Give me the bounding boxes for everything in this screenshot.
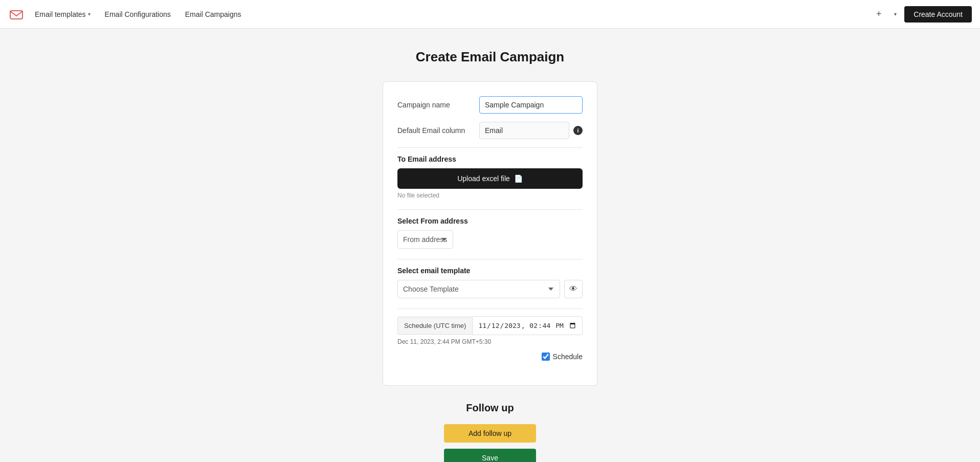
chevron-down-icon: ▾	[88, 11, 91, 17]
followup-title: Follow up	[466, 402, 514, 414]
schedule-checkbox[interactable]	[542, 353, 550, 361]
default-email-column-label: Default Email column	[397, 126, 479, 135]
schedule-row: Schedule (UTC time)	[397, 316, 583, 335]
create-account-button[interactable]: Create Account	[904, 6, 972, 23]
timezone-text: Dec 11, 2023, 2:44 PM GMT+5:30	[397, 338, 583, 345]
nav-item-email-configurations[interactable]: Email Configurations	[99, 7, 177, 21]
main-content: Create Email Campaign Campaign name Defa…	[0, 29, 980, 462]
schedule-checkbox-label: Schedule	[553, 353, 583, 361]
divider-4	[397, 309, 583, 309]
no-file-selected-text: No file selected	[397, 192, 583, 199]
app-logo[interactable]	[8, 6, 25, 23]
email-template-section: Select email template Choose Template 👁	[397, 267, 583, 298]
schedule-label: Schedule (UTC time)	[397, 317, 472, 335]
default-email-column-row: Default Email column Email i	[397, 122, 583, 139]
campaign-name-label: Campaign name	[397, 101, 479, 109]
to-email-section: To Email address Upload excel file 📄 No …	[397, 155, 583, 199]
save-button[interactable]: Save	[444, 449, 536, 462]
create-campaign-form: Campaign name Default Email column Email…	[383, 81, 597, 386]
email-template-section-label: Select email template	[397, 267, 583, 275]
upload-icon: 📄	[514, 174, 523, 183]
schedule-checkbox-row: Schedule	[397, 353, 583, 361]
nav-menu: Email templates ▾ Email Configurations E…	[29, 7, 872, 21]
schedule-datetime-input[interactable]	[472, 316, 583, 335]
navbar-right: + ▾ Create Account	[872, 6, 972, 23]
choose-template-select[interactable]: Choose Template	[397, 280, 560, 298]
upload-excel-button[interactable]: Upload excel file 📄	[397, 168, 583, 189]
from-address-section: Select From address From address	[397, 217, 583, 249]
template-select-row: Choose Template 👁	[397, 280, 583, 298]
nav-item-email-campaigns[interactable]: Email Campaigns	[179, 7, 248, 21]
add-followup-button[interactable]: Add follow up	[444, 424, 536, 443]
nav-item-email-templates[interactable]: Email templates ▾	[29, 7, 97, 21]
divider-1	[397, 147, 583, 148]
schedule-section: Schedule (UTC time) Dec 11, 2023, 2:44 P…	[397, 316, 583, 361]
from-address-section-label: Select From address	[397, 217, 583, 225]
eye-icon: 👁	[569, 284, 577, 294]
from-address-select[interactable]: From address	[397, 230, 453, 249]
split-arrow-button[interactable]: ▾	[890, 7, 900, 21]
preview-template-button[interactable]: 👁	[564, 280, 583, 298]
divider-3	[397, 259, 583, 259]
navbar: Email templates ▾ Email Configurations E…	[0, 0, 980, 29]
to-email-section-label: To Email address	[397, 155, 583, 163]
followup-section: Follow up Add follow up Save	[383, 402, 597, 462]
plus-button[interactable]: +	[872, 7, 886, 21]
info-icon[interactable]: i	[573, 126, 583, 135]
divider-2	[397, 209, 583, 210]
default-email-column-value: Email	[479, 122, 569, 139]
campaign-name-row: Campaign name	[397, 96, 583, 114]
page-title: Create Email Campaign	[416, 49, 564, 65]
campaign-name-input[interactable]	[479, 96, 583, 114]
